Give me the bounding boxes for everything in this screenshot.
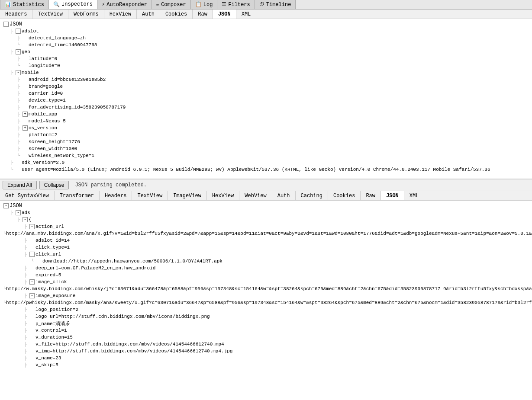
tree-connector: ├ <box>17 140 23 144</box>
tree-key: v_name=23 <box>35 355 61 361</box>
tree-item: ├click_type=1 <box>3 244 529 251</box>
expand-btn[interactable]: - <box>29 252 35 257</box>
tab-composer[interactable]: ✏️ Composer <box>152 0 191 9</box>
tree-connector: ├ <box>10 29 16 34</box>
expand-btn-root[interactable]: - <box>3 22 9 27</box>
tree-connector: ├ <box>17 119 23 124</box>
tree-item: └download://http://appcdn.haowanyou.com/… <box>3 258 529 265</box>
tree-key: p_name=消消乐 <box>35 320 70 327</box>
tree-item: ├-ads <box>3 209 529 216</box>
tree-key: ads <box>22 210 30 215</box>
tree-item: ├v_img=http://stuff.cdn.biddingx.com/mbv… <box>3 348 529 355</box>
sub-tab-auth[interactable]: Auth <box>137 10 160 19</box>
tree-item: └user_agent=Mozilla/5.0 (Linux; Android … <box>3 166 529 173</box>
tree-connector: ├ <box>24 224 29 229</box>
tree-connector: ├ <box>24 342 29 347</box>
tree-item: ├android_id=bbc6e1230e1e85b2 <box>3 76 529 83</box>
expand-btn-root[interactable]: - <box>3 203 9 208</box>
tree-key: detected_time=1460947768 <box>29 42 97 48</box>
sub-tab-json[interactable]: JSON <box>213 10 236 19</box>
sub-tab-headers[interactable]: Headers <box>0 10 32 19</box>
sub-tab2-textview[interactable]: TextView <box>132 191 168 200</box>
expand-btn[interactable]: - <box>16 70 21 75</box>
tree-item: └http://ana.mbv.biddingx.com/ana/x.gif?v… <box>3 230 529 237</box>
tab-log[interactable]: 📋 Log <box>191 0 218 9</box>
expand-btn[interactable]: - <box>29 293 35 298</box>
expand-btn[interactable]: - <box>16 210 21 215</box>
tree-key: deep_url=com.GF.PalaceM2_cn_cn.hwy_andro… <box>35 266 155 271</box>
tree-key: for_advertising_id=358239058787179 <box>29 105 126 110</box>
tree-item: ├for_advertising_id=358239058787179 <box>3 104 529 111</box>
tree-item: ├platform=2 <box>3 131 529 138</box>
json-tree-1: -JSON├-adslot├detected_language=zh└detec… <box>0 19 532 175</box>
sub-tab-raw[interactable]: Raw <box>193 10 213 19</box>
sub-tab-bar-2: Get SyntaxView Transformer Headers TextV… <box>0 191 532 201</box>
tree-item: ├adslot_id=14 <box>3 237 529 244</box>
expand-btn[interactable]: - <box>29 279 35 285</box>
sub-tab2-caching[interactable]: Caching <box>296 191 328 200</box>
tree-key: os_version <box>29 125 57 131</box>
json-panel-2: -JSON├-ads├-{├-action_url└http://ana.mbv… <box>0 201 532 369</box>
tree-item: ├-geo <box>3 48 529 55</box>
sub-tab-xml[interactable]: XML <box>236 10 257 19</box>
status-text: JSON parsing completed. <box>75 182 147 188</box>
tree-connector: ├ <box>17 57 23 61</box>
tree-key: image_click <box>35 279 67 285</box>
tree-connector: ├ <box>24 307 29 312</box>
tree-connector: ├ <box>17 36 23 41</box>
expand-all-button[interactable]: Expand All <box>3 181 37 189</box>
tree-key: { <box>29 217 32 222</box>
sub-tab2-webview[interactable]: WebView <box>239 191 272 200</box>
sub-tab2-hexview[interactable]: HexView <box>207 191 239 200</box>
sub-tab2-headers[interactable]: Headers <box>100 191 132 200</box>
tab-statistics-label: Statistics <box>13 2 44 8</box>
tab-inspectors[interactable]: 🔍 Inspectors <box>49 0 97 9</box>
tree-key: v_control=1 <box>35 328 67 333</box>
tree-key: logo_url=http://stuff.cdn.biddingx.com/m… <box>35 314 210 319</box>
sub-tab2-transformer[interactable]: Transformer <box>55 191 100 200</box>
tree-item: ├-action_url <box>3 223 529 230</box>
tree-item: ├logo_position=2 <box>3 306 529 313</box>
tree-connector: ├ <box>24 280 29 285</box>
tree-connector: ├ <box>17 91 23 96</box>
sub-tab-webforms[interactable]: WebForms <box>68 10 104 19</box>
bottom-toolbar: Expand All Collapse JSON parsing complet… <box>0 179 532 191</box>
tree-item: ├v_file=http://stuff.cdn.biddingx.com/mb… <box>3 341 529 348</box>
sub-tab2-syntaxview[interactable]: Get SyntaxView <box>0 191 55 200</box>
tree-item: ├-image_exposure <box>3 292 529 299</box>
collapse-button[interactable]: Collapse <box>39 181 69 189</box>
expand-btn[interactable]: + <box>23 125 28 131</box>
log-icon: 📋 <box>195 1 202 8</box>
expand-btn[interactable]: - <box>23 217 28 222</box>
tree-key: v_file=http://stuff.cdn.biddingx.com/mbv… <box>35 342 224 347</box>
tab-autoresponder[interactable]: ⚡ AutoResponder <box>97 0 152 9</box>
expand-btn[interactable]: + <box>23 112 28 117</box>
tab-inspectors-label: Inspectors <box>61 1 93 7</box>
chart-icon: 📊 <box>5 1 11 8</box>
expand-btn[interactable]: - <box>16 29 21 34</box>
tree-root-label: JSON <box>10 203 22 209</box>
expand-btn[interactable]: - <box>16 49 21 54</box>
tab-timeline[interactable]: ⏱ Timeline <box>255 0 296 9</box>
sub-tab2-cookies[interactable]: Cookies <box>328 191 361 200</box>
tree-connector: ├ <box>24 245 29 250</box>
tree-key: screen_height=1776 <box>29 139 80 144</box>
tree-key: http://pwhisky.biddingx.com/masky/ana/sw… <box>6 300 532 305</box>
tree-key: expired=5 <box>35 272 61 278</box>
tree-connector: ├ <box>24 266 29 271</box>
sub-tab-hexview[interactable]: HexView <box>104 10 137 19</box>
expand-btn[interactable]: - <box>29 224 35 229</box>
sub-tab-cookies[interactable]: Cookies <box>160 10 193 19</box>
sub-tab2-raw[interactable]: Raw <box>361 191 381 200</box>
tree-key: wireless_network_type=1 <box>29 153 94 158</box>
tree-item: └wireless_network_type=1 <box>3 152 529 159</box>
tab-filters[interactable]: ☰ Filters <box>217 0 255 9</box>
sub-tab-textview[interactable]: TextView <box>32 10 68 19</box>
tree-item: ├screen_width=1080 <box>3 145 529 152</box>
sub-tab2-auth[interactable]: Auth <box>272 191 296 200</box>
sub-tab2-xml[interactable]: XML <box>404 191 425 200</box>
sub-tab2-imageview[interactable]: ImageView <box>168 191 207 200</box>
tree-item: ├logo_url=http://stuff.cdn.biddingx.com/… <box>3 313 529 320</box>
sub-tab2-json[interactable]: JSON <box>381 191 404 200</box>
tab-statistics[interactable]: 📊 Statistics <box>0 0 49 9</box>
